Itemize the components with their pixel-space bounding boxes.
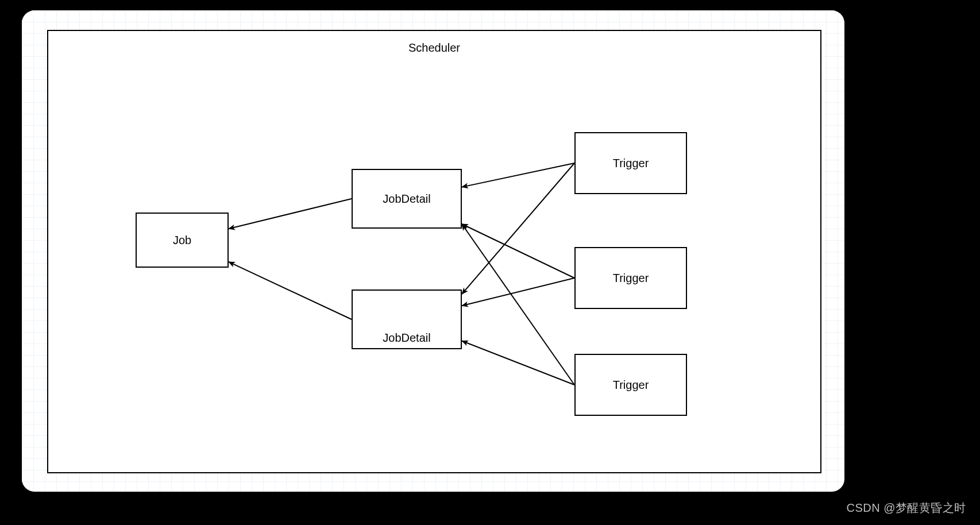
outer-frame: Scheduler JobJobDetailJobDetailTriggerTr… — [22, 10, 844, 492]
edge-jobDetail1-to-job — [229, 199, 352, 229]
edge-trigger1-to-jobDetail2 — [462, 163, 574, 294]
edge-trigger2-to-jobDetail1 — [462, 224, 574, 278]
node-trigger1: Trigger — [574, 132, 687, 194]
node-trigger3: Trigger — [574, 354, 687, 416]
edge-trigger3-to-jobDetail1 — [462, 224, 574, 385]
node-jobDetail2: JobDetail — [352, 289, 462, 349]
edge-trigger1-to-jobDetail1 — [462, 163, 574, 187]
edge-trigger3-to-jobDetail2 — [462, 341, 574, 385]
node-trigger2: Trigger — [574, 247, 687, 309]
node-job: Job — [136, 213, 229, 268]
diagram-title: Scheduler — [408, 41, 460, 55]
watermark-text: CSDN @梦醒黄昏之时 — [846, 500, 966, 516]
node-jobDetail1: JobDetail — [352, 169, 462, 229]
scheduler-diagram: Scheduler JobJobDetailJobDetailTriggerTr… — [47, 30, 821, 473]
edge-trigger2-to-jobDetail2 — [462, 278, 574, 306]
edge-jobDetail2-to-job — [229, 262, 352, 319]
